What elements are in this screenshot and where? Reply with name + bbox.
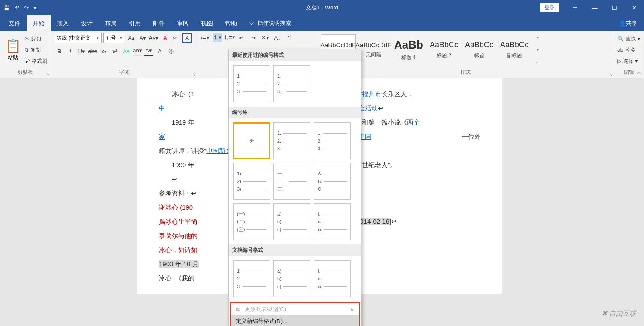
save-icon[interactable]: 💾 [3, 5, 10, 11]
style-heading1[interactable]: AaBb标题 1 [391, 34, 426, 65]
replace-icon: ab [617, 47, 623, 53]
section-header: 编号库 [229, 107, 361, 118]
scroll-up-icon[interactable]: ▴ [537, 34, 539, 39]
numbering-option[interactable]: (一)(二)(三) [233, 203, 270, 240]
bold-icon[interactable]: B [55, 46, 64, 56]
svg-point-0 [250, 21, 253, 24]
text-effects-icon[interactable]: A▾ [122, 46, 131, 56]
tab-home[interactable]: 开始 [27, 15, 51, 31]
share-button[interactable]: 👤 共享 [612, 15, 644, 31]
numbering-icon[interactable]: ⒈▾ [213, 33, 222, 42]
scroll-down-icon[interactable]: ▾ [537, 48, 539, 52]
numbering-option[interactable]: 1.2.3. [314, 122, 351, 159]
maximize-icon[interactable]: ☐ [605, 0, 624, 15]
select-button[interactable]: ▷选择 ▾ [617, 56, 640, 66]
tab-insert[interactable]: 插入 [51, 15, 75, 31]
dialog-launcher-icon[interactable]: ↘ [609, 72, 613, 77]
copy-icon: ⧉ [25, 47, 29, 53]
subscript-icon[interactable]: x₂ [99, 46, 109, 56]
numbering-option[interactable]: 1、2、3、 [273, 65, 310, 102]
copy-button[interactable]: ⧉复制 [25, 45, 47, 55]
redo-icon[interactable]: ↷ [24, 5, 29, 11]
tab-file[interactable]: 文件 [3, 15, 27, 31]
strikethrough-icon[interactable]: abc [88, 46, 97, 56]
login-button[interactable]: 登录 [540, 3, 559, 12]
link[interactable]: 中 [159, 104, 165, 112]
char-shading-icon[interactable]: A [155, 46, 164, 56]
italic-icon[interactable]: I [66, 46, 75, 56]
numbering-option[interactable]: 1)2)3) [233, 163, 270, 200]
enclose-icon[interactable]: ㊕ [166, 46, 176, 56]
indent-dec-icon[interactable]: ⇤ [237, 33, 246, 42]
numbering-dropdown: 最近使用过的编号格式 1.2.3. 1、2、3、 编号库 无 1.2.3. 1.… [228, 49, 361, 326]
minimize-icon[interactable]: — [585, 0, 605, 15]
phonetic-icon[interactable]: wen [171, 33, 181, 43]
font-size-combo[interactable]: 五号▼ [103, 33, 125, 43]
superscript-icon[interactable]: x² [110, 46, 120, 56]
ribbon-display-icon[interactable]: ▭ [565, 0, 585, 15]
multilevel-icon[interactable]: ⒈≡▾ [225, 33, 234, 42]
numbering-option[interactable]: A.B.C. [314, 163, 351, 200]
show-marks-icon[interactable]: ¶ [285, 33, 294, 42]
numbering-option[interactable]: 一、二、三、 [273, 163, 310, 200]
cut-button[interactable]: ✂剪切 [25, 34, 47, 43]
style-subtitle[interactable]: AaBbCc副标题 [497, 34, 532, 65]
font-color-icon[interactable]: A▾ [144, 46, 153, 56]
qat-more-icon[interactable]: ▾ [34, 6, 36, 10]
clear-format-icon[interactable]: A̷ [160, 33, 170, 43]
styles-scroll[interactable]: ▴▾≡ [535, 34, 539, 65]
char-border-icon[interactable]: A [182, 33, 192, 43]
underline-icon[interactable]: U▾ [77, 46, 86, 56]
tab-view[interactable]: 视图 [195, 15, 219, 31]
tab-help[interactable]: 帮助 [219, 15, 243, 31]
define-new-number-format[interactable]: 定义新编号格式(D)... [231, 315, 359, 326]
find-button[interactable]: 🔍查找 ▾ [617, 34, 640, 43]
asian-layout-icon[interactable]: ✕▾ [261, 33, 270, 42]
section-header: 最近使用过的编号格式 [229, 49, 361, 61]
change-list-level: ↹更改列表级别(C)▶ [231, 303, 359, 315]
tab-review[interactable]: 审阅 [171, 15, 195, 31]
tab-references[interactable]: 引用 [123, 15, 147, 31]
indent-inc-icon[interactable]: ⇥ [249, 33, 258, 42]
shrink-font-icon[interactable]: A▾ [138, 33, 147, 43]
watermark: ✖ 自由互联 [601, 309, 636, 318]
numbering-option[interactable]: i.ii.iii. [314, 260, 351, 297]
numbering-none[interactable]: 无 [233, 122, 270, 159]
paste-button[interactable]: 📋 粘贴 [3, 33, 22, 67]
section-header: 文档编号格式 [229, 244, 361, 256]
link[interactable]: 福州市 [362, 90, 381, 97]
grow-font-icon[interactable]: A▴ [127, 33, 136, 43]
search-icon: 🔍 [617, 36, 624, 42]
styles-more-icon[interactable]: ≡ [536, 61, 539, 65]
change-case-icon[interactable]: Aa▾ [149, 33, 158, 43]
font-name-combo[interactable]: 等线 (中文正文▼ [55, 33, 102, 43]
tab-design[interactable]: 设计 [75, 15, 99, 31]
numbering-option[interactable]: 1.2.3. [233, 260, 270, 297]
numbering-option[interactable]: 1.2.3. [273, 122, 310, 159]
lightbulb-icon [248, 20, 255, 27]
style-heading2[interactable]: AaBbCc标题 2 [426, 34, 462, 65]
undo-icon[interactable]: ↶ [15, 5, 19, 11]
bullets-icon[interactable]: ≔▾ [200, 33, 210, 42]
sort-icon[interactable]: A↓ [273, 33, 282, 42]
tab-layout[interactable]: 布局 [99, 15, 123, 31]
tell-me[interactable]: 操作说明搜索 [248, 15, 291, 31]
dialog-launcher-icon[interactable]: ↘ [192, 72, 196, 77]
collapse-ribbon-icon[interactable]: へ [637, 70, 642, 77]
tab-mailings[interactable]: 邮件 [147, 15, 171, 31]
numbering-footer: ↹更改列表级别(C)▶ 定义新编号格式(D)... ✎设置编号值(V)... [230, 302, 360, 326]
ribbon-tabs: 文件 开始 插入 设计 布局 引用 邮件 审阅 视图 帮助 操作说明搜索 👤 共… [0, 15, 644, 31]
format-painter-button[interactable]: 🖌格式刷 [25, 56, 47, 66]
numbering-option[interactable]: a)b)c) [273, 260, 310, 297]
replace-button[interactable]: ab替换 [617, 45, 640, 55]
close-icon[interactable]: ✕ [624, 0, 644, 15]
numbering-option[interactable]: a)b)c) [273, 203, 310, 240]
group-styles: AaBbCcDdE正文 AaBbCcDdE无间隔 AaBb标题 1 AaBbCc… [317, 31, 614, 78]
chevron-down-icon: ▼ [119, 36, 123, 40]
cursor-icon: ▷ [617, 58, 621, 64]
dialog-launcher-icon[interactable]: ↘ [46, 72, 50, 77]
numbering-option[interactable]: 1.2.3. [233, 65, 270, 102]
style-title[interactable]: AaBbCc标题 [462, 34, 497, 65]
highlight-icon[interactable]: ab▾ [133, 46, 142, 56]
numbering-option[interactable]: i.ii.iii. [314, 203, 351, 240]
